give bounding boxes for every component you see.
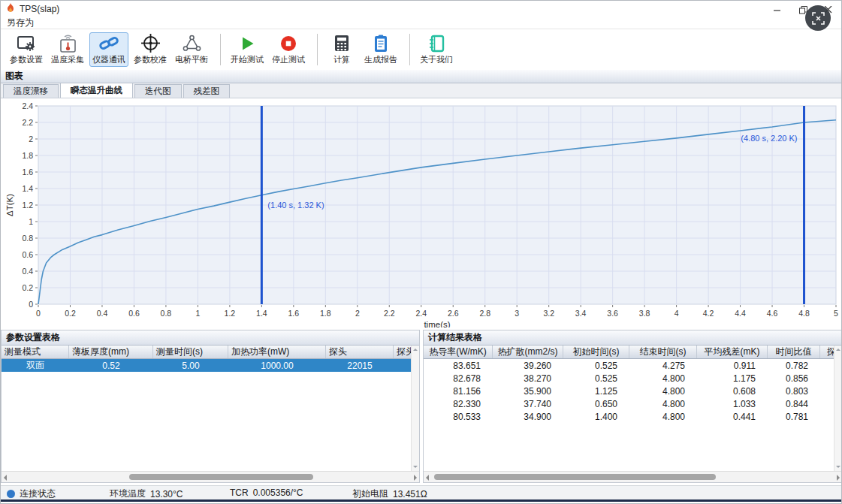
toolbar-button-label: 仪器通讯 (92, 54, 125, 65)
chain-link-icon (98, 34, 119, 53)
table-cell: 22015 (326, 359, 394, 372)
column-header[interactable]: 热导率(W/mK) (424, 346, 493, 358)
scroll-right-icon[interactable] (414, 475, 417, 481)
scrollbar-thumb[interactable] (434, 474, 716, 480)
column-header[interactable]: 结束时间(s) (629, 346, 697, 358)
cursor-annotation: (4.80 s, 2.20 K) (741, 134, 797, 143)
scroll-down-icon[interactable] (413, 466, 418, 468)
table-row[interactable]: 81.15635.9001.1254.8000.6080.80326 (424, 385, 842, 397)
results-vertical-scrollbar[interactable] (834, 346, 842, 471)
table-cell: 1000.00 (228, 359, 326, 372)
svg-text:4.6: 4.6 (767, 309, 778, 318)
table-row[interactable]: 83.65139.2600.5254.2750.9110.78225 (424, 359, 842, 372)
table-cell: 0.782 (768, 359, 820, 372)
svg-text:1.8: 1.8 (320, 309, 331, 318)
scroll-left-icon[interactable] (4, 475, 7, 481)
table-cell: 34.900 (493, 410, 563, 423)
scroll-right-icon[interactable] (837, 475, 840, 481)
toolbar-button-instrument-communication[interactable]: 仪器通讯 (89, 32, 128, 67)
column-header[interactable]: 初始时间(s) (563, 346, 629, 358)
toolbar-button-temperature-acquisition[interactable]: 温度采集 (48, 32, 87, 67)
thermometer-acquire-icon (58, 33, 78, 53)
column-header[interactable]: 探头 (326, 346, 394, 358)
expand-capture-icon (812, 12, 825, 25)
results-panel: 计算结果表格 热导率(W/mK)热扩散(mm2/s)初始时间(s)结束时间(s)… (423, 330, 842, 483)
scroll-up-icon[interactable] (413, 349, 418, 351)
toolbar-button-stop-test[interactable]: 停止测试 (269, 32, 308, 67)
table-cell: 1.033 (697, 397, 768, 410)
tab-transient-temperature-rise[interactable]: 瞬态温升曲线 (60, 83, 133, 98)
toolbar-separator (317, 34, 318, 65)
toolbar-button-start-test[interactable]: 开始测试 (228, 32, 267, 67)
table-header-row: 热导率(W/mK)热扩散(mm2/s)初始时间(s)结束时间(s)平均残差(mK… (424, 346, 842, 359)
scrollbar-thumb[interactable] (129, 474, 313, 480)
toolbar-button-bridge-balance[interactable]: 电桥平衡 (172, 32, 211, 67)
table-cell: 0.781 (768, 410, 820, 423)
transient-temperature-chart[interactable]: 00.20.40.60.811.21.41.61.822.22.42.62.83… (1, 98, 842, 327)
svg-text:1.6: 1.6 (288, 309, 300, 318)
screen-capture-overlay-button[interactable] (805, 5, 831, 31)
toolbar-button-parameter-settings[interactable]: 参数设置 (7, 32, 46, 67)
initial-resistance-value: 13.451Ω (393, 489, 427, 499)
toolbar-button-calculate[interactable]: 计算 (324, 32, 359, 67)
y-axis: 00.20.40.60.811.21.41.61.822.22.4 (22, 101, 38, 309)
cursor-annotation: (1.40 s, 1.32 K) (267, 201, 324, 210)
svg-text:3.4: 3.4 (575, 309, 587, 318)
scroll-left-icon[interactable] (426, 475, 429, 481)
svg-text:1.2: 1.2 (22, 201, 33, 210)
table-cell: 1.125 (563, 385, 629, 397)
column-header[interactable]: 测量模式 (2, 346, 69, 358)
svg-text:2.2: 2.2 (22, 118, 33, 127)
table-cell: 80.533 (424, 410, 493, 423)
params-vertical-scrollbar[interactable] (411, 346, 419, 471)
svg-text:0.6: 0.6 (128, 309, 140, 318)
toolbar-button-label: 停止测试 (272, 54, 305, 65)
table-cell: 37.740 (493, 397, 563, 410)
toolbar-button-about-us[interactable]: 关于我们 (417, 32, 456, 67)
table-cell: 35.900 (493, 385, 563, 397)
svg-text:1: 1 (29, 217, 33, 226)
table-cell: 0.608 (697, 385, 768, 397)
column-header[interactable]: 平均残差(mK) (697, 346, 768, 358)
toolbar-button-label: 参数校准 (134, 54, 167, 65)
table-header-row: 测量模式薄板厚度(mm)测量时间(s)加热功率(mW)探头探头规 (2, 346, 419, 359)
minimize-button[interactable] (765, 1, 790, 19)
params-horizontal-scrollbar[interactable] (2, 471, 419, 482)
svg-text:2: 2 (29, 134, 33, 143)
table-cell: 4.800 (629, 410, 697, 423)
report-clipboard-icon (372, 34, 390, 53)
window-bottom-edge (1, 499, 841, 502)
tab-residual-plot[interactable]: 残差图 (183, 84, 231, 98)
column-header[interactable]: 热扩散(mm2/s) (493, 346, 563, 358)
table-row[interactable]: 80.53334.9001.4004.8000.4410.78125 (424, 410, 842, 423)
y-axis-label: ΔT(K) (5, 194, 14, 216)
toolbar-button-parameter-calibration[interactable]: 参数校准 (131, 32, 170, 67)
scroll-up-icon[interactable] (836, 349, 840, 351)
toolbar-button-generate-report[interactable]: 生成报告 (361, 32, 400, 67)
column-header[interactable]: 加热功率(mW) (228, 346, 326, 358)
table-cell: 82.678 (424, 372, 493, 385)
tab-temperature-drift[interactable]: 温度漂移 (3, 84, 59, 98)
initial-resistance-status: 初始电阻 13.451Ω (352, 487, 427, 500)
results-horizontal-scrollbar[interactable] (424, 471, 842, 482)
tab-iteration-plot[interactable]: 迭代图 (134, 84, 182, 98)
svg-text:3: 3 (515, 309, 519, 318)
toolbar-button-label: 参数设置 (10, 54, 43, 65)
column-header[interactable]: 测量时间(s) (153, 346, 228, 358)
x-axis-label: time(s) (424, 320, 450, 327)
table-cell: 双面 (2, 359, 69, 372)
table-row[interactable]: 82.67838.2700.5254.8001.1750.85627 (424, 372, 842, 385)
column-header[interactable]: 时间比值 (768, 346, 820, 358)
svg-text:4: 4 (675, 309, 679, 318)
table-row[interactable]: 82.33037.7400.6504.8001.0330.84426 (424, 397, 842, 410)
results-table: 热导率(W/mK)热扩散(mm2/s)初始时间(s)结束时间(s)平均残差(mK… (424, 346, 842, 471)
svg-text:3.8: 3.8 (639, 309, 650, 318)
svg-text:0.8: 0.8 (161, 309, 172, 318)
table-row[interactable]: 双面0.525.001000.0022015 (2, 359, 419, 372)
column-header[interactable]: 薄板厚度(mm) (69, 346, 153, 358)
table-cell: 38.270 (493, 372, 563, 385)
scroll-down-icon[interactable] (836, 466, 840, 468)
menu-save-as[interactable]: 另存为 (7, 17, 34, 29)
toolbar-button-label: 计算 (333, 54, 350, 65)
status-bar: 连接状态 环境温度 13.30°C TCR 0.005356/°C 初始电阻 1… (1, 485, 841, 499)
